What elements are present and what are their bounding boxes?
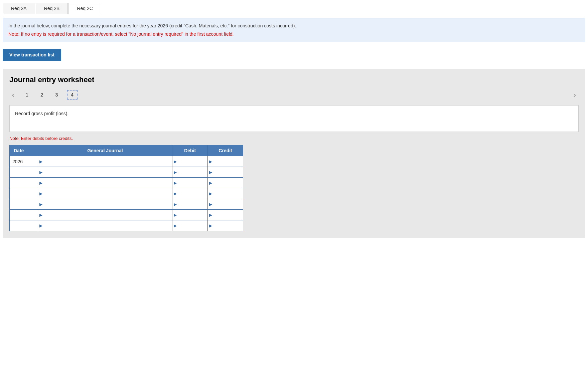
journal-input-2[interactable] (38, 167, 172, 177)
debit-cell-7[interactable]: ▶ (172, 220, 208, 231)
credit-cell-3[interactable]: ▶ (208, 178, 243, 188)
debit-arrow-4: ▶ (174, 191, 177, 196)
debit-input-3[interactable] (172, 178, 207, 188)
arrow-icon-5: ▶ (39, 202, 42, 207)
credit-input-3[interactable] (208, 178, 243, 188)
credit-cell-4[interactable]: ▶ (208, 188, 243, 199)
date-cell-2 (10, 167, 38, 178)
debit-arrow-1: ▶ (174, 159, 177, 164)
prev-arrow[interactable]: ‹ (9, 89, 17, 100)
date-cell-5 (10, 199, 38, 210)
credit-input-4[interactable] (208, 188, 243, 199)
table-row: 2026 ▶ ▶ ▶ (10, 156, 243, 167)
credit-cell-1[interactable]: ▶ (208, 156, 243, 167)
page-3[interactable]: 3 (52, 90, 61, 99)
worksheet-container: Journal entry worksheet ‹ 1 2 3 4 › Reco… (3, 69, 585, 238)
credit-input-7[interactable] (208, 220, 243, 231)
record-description-text: Record gross profit (loss). (15, 111, 68, 116)
credit-input-6[interactable] (208, 210, 243, 220)
credit-arrow-4: ▶ (209, 191, 212, 196)
view-transaction-button[interactable]: View transaction list (3, 49, 61, 61)
journal-cell-6[interactable]: ▶ (38, 210, 172, 220)
page-4[interactable]: 4 (67, 90, 78, 100)
debit-input-7[interactable] (172, 220, 207, 231)
table-row: ▶ ▶ ▶ (10, 167, 243, 178)
arrow-icon-7: ▶ (39, 223, 42, 228)
journal-cell-3[interactable]: ▶ (38, 178, 172, 188)
credit-cell-5[interactable]: ▶ (208, 199, 243, 210)
table-row: ▶ ▶ ▶ (10, 188, 243, 199)
journal-cell-5[interactable]: ▶ (38, 199, 172, 210)
journal-table: Date General Journal Debit Credit 2026 ▶… (9, 145, 243, 231)
journal-cell-2[interactable]: ▶ (38, 167, 172, 178)
credit-arrow-2: ▶ (209, 170, 212, 175)
journal-input-6[interactable] (38, 210, 172, 220)
debit-input-1[interactable] (172, 156, 207, 167)
instruction-note: Note: If no entry is required for a tran… (8, 31, 580, 38)
page-2[interactable]: 2 (37, 90, 46, 99)
debit-input-2[interactable] (172, 167, 207, 177)
credit-cell-6[interactable]: ▶ (208, 210, 243, 220)
debit-cell-1[interactable]: ▶ (172, 156, 208, 167)
date-cell-7 (10, 220, 38, 231)
next-arrow[interactable]: › (571, 89, 579, 100)
credit-arrow-7: ▶ (209, 223, 212, 228)
table-row: ▶ ▶ ▶ (10, 199, 243, 210)
credit-arrow-6: ▶ (209, 213, 212, 217)
debit-arrow-7: ▶ (174, 223, 177, 228)
table-row: ▶ ▶ ▶ (10, 178, 243, 188)
debit-cell-3[interactable]: ▶ (172, 178, 208, 188)
tabs-container: Req 2A Req 2B Req 2C (0, 0, 588, 14)
debit-arrow-2: ▶ (174, 170, 177, 175)
debit-arrow-5: ▶ (174, 202, 177, 207)
debit-input-5[interactable] (172, 199, 207, 209)
debit-cell-6[interactable]: ▶ (172, 210, 208, 220)
credit-input-1[interactable] (208, 156, 243, 167)
credit-arrow-1: ▶ (209, 159, 212, 164)
debit-input-4[interactable] (172, 188, 207, 199)
arrow-icon-2: ▶ (39, 170, 42, 175)
journal-input-7[interactable] (38, 220, 172, 231)
record-description-box: Record gross profit (loss). (9, 105, 579, 132)
debit-arrow-6: ▶ (174, 213, 177, 217)
credit-cell-7[interactable]: ▶ (208, 220, 243, 231)
col-credit: Credit (208, 145, 243, 156)
worksheet-title: Journal entry worksheet (9, 75, 579, 84)
date-cell-1: 2026 (10, 156, 38, 167)
debit-cell-4[interactable]: ▶ (172, 188, 208, 199)
date-cell-4 (10, 188, 38, 199)
pagination-nav: ‹ 1 2 3 4 › (9, 89, 579, 100)
arrow-icon-1: ▶ (39, 159, 42, 164)
journal-input-4[interactable] (38, 188, 172, 199)
table-row: ▶ ▶ ▶ (10, 210, 243, 220)
credit-arrow-5: ▶ (209, 202, 212, 207)
instruction-main: In the journal below, complete the neces… (8, 22, 580, 29)
page-1[interactable]: 1 (22, 90, 32, 99)
arrow-icon-4: ▶ (39, 191, 42, 196)
tab-req2b[interactable]: Req 2B (36, 3, 68, 14)
col-debit: Debit (172, 145, 208, 156)
tab-req2a[interactable]: Req 2A (3, 3, 35, 14)
tab-req2c[interactable]: Req 2C (68, 3, 101, 14)
journal-cell-1[interactable]: ▶ (38, 156, 172, 167)
col-date: Date (10, 145, 38, 156)
journal-cell-4[interactable]: ▶ (38, 188, 172, 199)
col-general-journal: General Journal (38, 145, 172, 156)
debit-input-6[interactable] (172, 210, 207, 220)
credit-arrow-3: ▶ (209, 181, 212, 185)
debit-arrow-3: ▶ (174, 181, 177, 185)
journal-input-1[interactable] (38, 156, 172, 167)
table-row: ▶ ▶ ▶ (10, 220, 243, 231)
debit-credit-note: Note: Enter debits before credits. (9, 136, 579, 141)
journal-input-3[interactable] (38, 178, 172, 188)
debit-cell-2[interactable]: ▶ (172, 167, 208, 178)
arrow-icon-3: ▶ (39, 181, 42, 185)
arrow-icon-6: ▶ (39, 213, 42, 217)
debit-cell-5[interactable]: ▶ (172, 199, 208, 210)
credit-input-2[interactable] (208, 167, 243, 177)
credit-input-5[interactable] (208, 199, 243, 209)
instruction-box: In the journal below, complete the neces… (3, 18, 585, 42)
journal-cell-7[interactable]: ▶ (38, 220, 172, 231)
journal-input-5[interactable] (38, 199, 172, 209)
credit-cell-2[interactable]: ▶ (208, 167, 243, 178)
